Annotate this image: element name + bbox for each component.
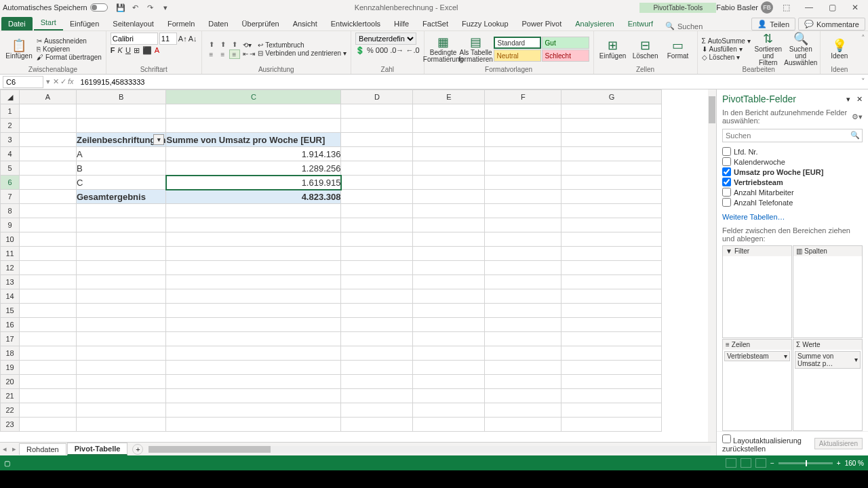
row-header[interactable]: 1	[1, 104, 20, 119]
taskpane-options-icon[interactable]: ▾	[846, 95, 850, 103]
field-item[interactable]: Kalenderwoche	[722, 157, 863, 167]
style-good[interactable]: Gut	[542, 37, 589, 49]
row-header[interactable]: 5	[1, 161, 20, 176]
normal-view-icon[interactable]	[726, 458, 736, 468]
tab-design[interactable]: Entwurf	[621, 17, 660, 30]
tab-start[interactable]: Start	[34, 16, 63, 30]
more-tables-link[interactable]: Weitere Tabellen…	[717, 210, 868, 224]
tab-data[interactable]: Daten	[201, 17, 235, 30]
close-icon[interactable]: ✕	[845, 1, 865, 14]
row-header[interactable]: 14	[1, 289, 20, 304]
horizontal-scrollbar[interactable]	[149, 446, 711, 453]
share-button[interactable]: 👤Teilen	[751, 18, 795, 30]
row-header[interactable]: 9	[1, 218, 20, 232]
sheet-nav-prev-icon[interactable]: ◂	[0, 445, 9, 453]
comments-button[interactable]: 💬Kommentare	[798, 18, 865, 30]
zoom-out-icon[interactable]: −	[770, 460, 774, 467]
area-filter[interactable]: ▼Filter	[722, 245, 792, 338]
row-header[interactable]: 23	[1, 418, 20, 432]
row-header[interactable]: 18	[1, 346, 20, 361]
tell-me-search[interactable]: 🔍 Suchen	[665, 22, 703, 30]
cancel-formula-icon[interactable]: ✕	[53, 77, 59, 86]
font-name-input[interactable]	[111, 33, 158, 45]
conditional-formatting-button[interactable]: ▦Bedingte Formatierung	[429, 35, 458, 64]
field-search-input[interactable]	[722, 129, 863, 142]
page-break-view-icon[interactable]	[755, 458, 766, 468]
style-standard[interactable]: Standard	[494, 37, 541, 49]
row-header[interactable]: 8	[1, 204, 20, 218]
row-header[interactable]: 20	[1, 375, 20, 389]
tab-insert[interactable]: Einfügen	[63, 17, 106, 30]
tab-powerpivot[interactable]: Power Pivot	[515, 17, 569, 30]
sheet-nav-next-icon[interactable]: ▸	[9, 445, 19, 453]
row-header[interactable]: 3	[1, 133, 20, 147]
row-header[interactable]: 17	[1, 332, 20, 346]
bold-button[interactable]: F	[111, 46, 115, 55]
pivot-row-value[interactable]: 1.914.136	[166, 147, 341, 161]
style-bad[interactable]: Schlecht	[542, 49, 589, 62]
fill-button[interactable]: ⬇ Ausfüllen ▾	[702, 45, 751, 53]
col-header-f[interactable]: F	[485, 90, 561, 104]
update-button[interactable]: Aktualisieren	[814, 438, 863, 449]
merge-center-button[interactable]: ⊟ Verbinden und zentrieren ▾	[258, 49, 347, 57]
border-button[interactable]: ⊞	[134, 46, 140, 55]
row-header[interactable]: 10	[1, 232, 20, 247]
format-painter-button[interactable]: 🖌 Format übertragen	[37, 54, 102, 61]
pivot-row-label[interactable]: C	[77, 176, 166, 190]
ribbon-display-icon[interactable]: ⬚	[776, 1, 796, 14]
col-header-d[interactable]: D	[341, 90, 413, 104]
row-header[interactable]: 4	[1, 147, 20, 161]
zoom-level[interactable]: 160 %	[845, 460, 864, 467]
alignment-grid[interactable]: ⬆⬆⬆ ≡≡≡	[206, 39, 240, 59]
pivot-total-value[interactable]: 4.823.308	[166, 190, 341, 204]
row-header[interactable]: 12	[1, 261, 20, 275]
col-header-e[interactable]: E	[413, 90, 485, 104]
maximize-icon[interactable]: ▢	[822, 1, 842, 14]
user-avatar[interactable]: FB	[761, 1, 773, 14]
tab-analyze[interactable]: Analysieren	[568, 17, 620, 30]
col-header-b[interactable]: B	[77, 90, 166, 104]
save-icon[interactable]: 💾	[115, 2, 126, 13]
area-row-item[interactable]: Vertriebsteam▾	[724, 351, 790, 361]
number-format-select[interactable]: Benutzerdefiniert	[355, 33, 416, 45]
pivot-row-value[interactable]: 1.289.256	[166, 161, 341, 176]
col-header-a[interactable]: A	[20, 90, 77, 104]
collapse-ribbon-icon[interactable]: ˄	[859, 31, 868, 74]
area-columns[interactable]: ▥Spalten	[793, 245, 863, 338]
tab-pagelayout[interactable]: Seitenlayout	[106, 17, 161, 30]
autosum-button[interactable]: Σ AutoSumme ▾	[702, 37, 751, 45]
tab-review[interactable]: Überprüfen	[235, 17, 286, 30]
tab-file[interactable]: Datei	[1, 17, 33, 30]
row-header[interactable]: 7	[1, 190, 20, 204]
inc-decimal-button[interactable]: .0→	[390, 46, 403, 55]
pivot-total-label[interactable]: Gesamtergebnis	[77, 190, 166, 204]
fill-color-button[interactable]: ⬛	[142, 46, 152, 55]
active-cell[interactable]: 1.619.915	[166, 176, 341, 190]
thousands-button[interactable]: 000	[376, 46, 388, 55]
find-select-button[interactable]: 🔍Suchen und Auswählen	[786, 35, 816, 64]
field-item[interactable]: Anzahl Mitarbeiter	[722, 187, 863, 197]
font-size-input[interactable]	[159, 33, 177, 45]
cells-insert-button[interactable]: ⊞Einfügen	[598, 35, 628, 64]
record-macro-icon[interactable]: ▢	[4, 460, 10, 467]
expand-formula-icon[interactable]: ˅	[859, 77, 868, 86]
formula-input[interactable]	[77, 76, 859, 88]
area-values[interactable]: ΣWerte Summe von Umsatz p…▾	[793, 339, 863, 432]
field-item[interactable]: Vertriebsteam	[722, 177, 863, 187]
fx-icon[interactable]: fx	[68, 77, 74, 86]
qat-customize-icon[interactable]: ▾	[160, 2, 171, 13]
cells-delete-button[interactable]: ⊟Löschen	[631, 35, 660, 64]
area-rows[interactable]: ≡Zeilen Vertriebsteam▾	[722, 339, 792, 432]
orientation-button[interactable]: ⟲▾	[243, 41, 256, 49]
area-value-item[interactable]: Summe von Umsatz p…▾	[795, 351, 861, 369]
cell-styles-gallery[interactable]: Standard Gut Neutral Schlecht	[494, 37, 589, 62]
row-header[interactable]: 2	[1, 119, 20, 133]
page-layout-view-icon[interactable]	[741, 458, 751, 468]
taskpane-close-icon[interactable]: ✕	[856, 95, 863, 103]
col-header-c[interactable]: C	[166, 90, 341, 104]
field-item[interactable]: Umsatz pro Woche [EUR]	[722, 167, 863, 177]
row-header[interactable]: 22	[1, 403, 20, 418]
autosave-toggle[interactable]: Automatisches Speichern	[3, 3, 108, 12]
underline-button[interactable]: U	[125, 46, 131, 55]
sort-filter-button[interactable]: ⇅Sortieren und Filtern	[753, 35, 783, 64]
